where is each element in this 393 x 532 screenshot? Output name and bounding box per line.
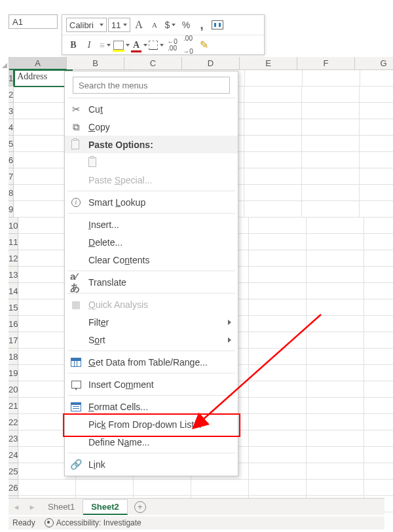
cell-E17[interactable]: [249, 332, 307, 349]
cell-G17[interactable]: [364, 332, 393, 349]
cell-F25[interactable]: [307, 463, 364, 480]
menu-cut[interactable]: ✂Cut: [65, 100, 238, 118]
menu-smart-lookup[interactable]: iSmart Lookup: [65, 193, 238, 211]
column-header-F[interactable]: F: [297, 57, 355, 70]
cell-F22[interactable]: [307, 414, 364, 430]
cell-E5[interactable]: [244, 136, 302, 152]
cell-E23[interactable]: [249, 430, 307, 447]
cell-G24[interactable]: [364, 447, 393, 463]
cell-G4[interactable]: [360, 119, 393, 136]
cell-E11[interactable]: [249, 234, 307, 250]
cell-E12[interactable]: [249, 250, 307, 267]
row-header-11[interactable]: 11: [9, 234, 18, 250]
column-header-B[interactable]: B: [67, 57, 124, 70]
cell-F5[interactable]: [302, 136, 360, 152]
cell-G2[interactable]: [360, 86, 393, 103]
cell-F2[interactable]: [302, 86, 360, 103]
row-header-23[interactable]: 23: [9, 430, 18, 447]
menu-pick-from-list[interactable]: Pick From Drop-down List...: [65, 415, 238, 433]
menu-define-name[interactable]: Define Name...: [65, 433, 238, 451]
decrease-font-button[interactable]: A: [147, 18, 162, 32]
row-header-14[interactable]: 14: [9, 283, 18, 299]
borders-dropdown[interactable]: [149, 38, 164, 52]
cell-E16[interactable]: [249, 316, 307, 332]
cell-F7[interactable]: [302, 168, 360, 185]
cell-E18[interactable]: [249, 349, 307, 365]
row-header-24[interactable]: 24: [9, 447, 18, 463]
font-color-dropdown[interactable]: A: [131, 38, 147, 52]
menu-link[interactable]: 🔗Link: [65, 455, 238, 473]
row-header-26[interactable]: 26: [9, 480, 18, 496]
cell-E25[interactable]: [249, 463, 307, 480]
menu-sort[interactable]: Sort: [65, 331, 238, 349]
tab-nav-next[interactable]: ►: [27, 502, 37, 512]
cell-F16[interactable]: [307, 316, 364, 332]
cell-G12[interactable]: [364, 250, 393, 267]
row-header-17[interactable]: 17: [9, 332, 18, 349]
row-header-9[interactable]: 9: [9, 201, 14, 218]
comma-style-button[interactable]: ,: [195, 18, 209, 32]
cell-A4[interactable]: [14, 119, 71, 136]
cell-G10[interactable]: [364, 218, 393, 234]
font-name-dropdown[interactable]: Calibri: [66, 18, 107, 32]
cell-A9[interactable]: [14, 201, 71, 218]
select-all-corner[interactable]: [9, 57, 9, 70]
bold-button[interactable]: B: [66, 38, 81, 52]
cell-F21[interactable]: [307, 398, 364, 414]
cell-E19[interactable]: [249, 365, 307, 381]
cell-G7[interactable]: [360, 168, 393, 185]
row-header-15[interactable]: 15: [9, 299, 18, 316]
row-header-13[interactable]: 13: [9, 267, 18, 283]
cell-E10[interactable]: [249, 218, 307, 234]
column-header-G[interactable]: G: [355, 57, 393, 70]
cell-E6[interactable]: [244, 152, 302, 168]
cell-G26[interactable]: [364, 480, 393, 496]
column-header-E[interactable]: E: [240, 57, 297, 70]
row-header-20[interactable]: 20: [9, 381, 18, 398]
row-header-10[interactable]: 10: [9, 218, 18, 234]
add-sheet-button[interactable]: +: [134, 501, 146, 513]
sheet-tab-sheet1[interactable]: Sheet1: [40, 500, 83, 514]
cell-E21[interactable]: [249, 398, 307, 414]
cell-G21[interactable]: [364, 398, 393, 414]
column-header-D[interactable]: D: [182, 57, 240, 70]
cell-F14[interactable]: [307, 283, 364, 299]
menu-get-data[interactable]: Get Data from Table/Range...: [65, 353, 238, 371]
cell-E8[interactable]: [244, 185, 302, 201]
font-size-dropdown[interactable]: 11: [108, 18, 130, 32]
cell-F8[interactable]: [302, 185, 360, 201]
percent-button[interactable]: %: [179, 18, 193, 32]
italic-button[interactable]: I: [82, 38, 96, 52]
cell-E24[interactable]: [249, 447, 307, 463]
cell-F23[interactable]: [307, 430, 364, 447]
menu-copy[interactable]: ⧉Copy: [65, 118, 238, 136]
row-header-5[interactable]: 5: [9, 136, 14, 152]
decrease-decimal-button[interactable]: .00→0: [181, 38, 195, 52]
cell-G19[interactable]: [364, 365, 393, 381]
tab-nav-prev[interactable]: ◄: [11, 502, 22, 512]
cell-C26[interactable]: [134, 480, 191, 496]
cell-G5[interactable]: [360, 136, 393, 152]
cell-E14[interactable]: [249, 283, 307, 299]
cell-G8[interactable]: [360, 185, 393, 201]
menu-insert[interactable]: Insert...: [65, 216, 238, 233]
cell-F15[interactable]: [307, 299, 364, 316]
cell-F17[interactable]: [307, 332, 364, 349]
cell-A3[interactable]: [14, 103, 71, 119]
cell-A5[interactable]: [14, 136, 71, 152]
row-header-18[interactable]: 18: [9, 349, 18, 365]
menu-paste-default[interactable]: [65, 153, 238, 171]
cell-E7[interactable]: [244, 168, 302, 185]
column-header-A[interactable]: A: [9, 57, 67, 70]
menu-insert-comment[interactable]: Insert Comment: [65, 375, 238, 393]
cell-D26[interactable]: [191, 480, 249, 496]
menu-clear-contents[interactable]: Clear Contents: [65, 251, 238, 269]
cell-A6[interactable]: [14, 152, 71, 168]
row-header-3[interactable]: 3: [9, 103, 14, 119]
format-painter-button[interactable]: ✎: [196, 38, 211, 52]
menu-paste-options[interactable]: Paste Options:: [65, 136, 238, 153]
cell-A2[interactable]: [14, 86, 71, 103]
cell-F26[interactable]: [307, 480, 364, 496]
border-dropdown[interactable]: ≡: [98, 38, 112, 52]
cell-E26[interactable]: [249, 480, 307, 496]
